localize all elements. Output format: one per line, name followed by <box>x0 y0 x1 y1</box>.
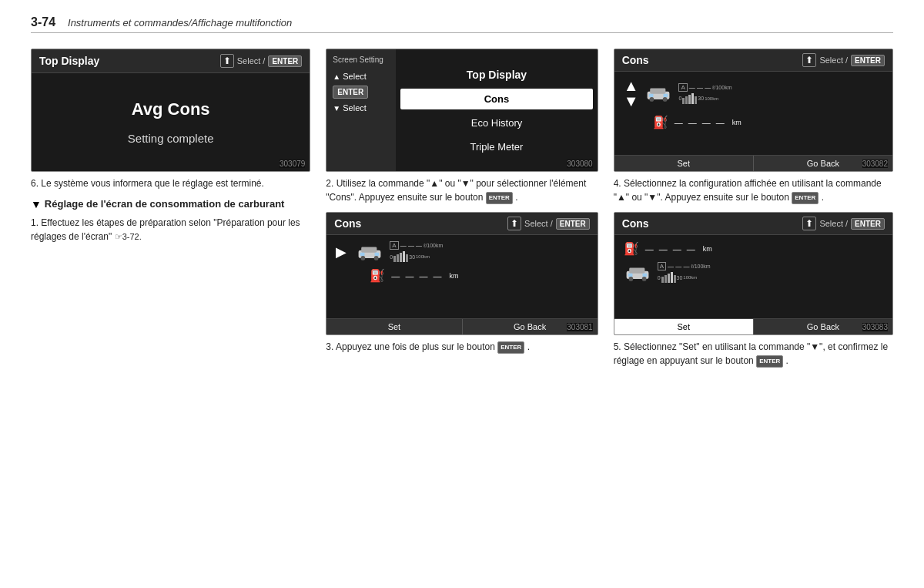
triangle-down-icon: ▼ <box>333 104 340 113</box>
menu-top-display: Top Display <box>400 64 592 86</box>
updown-icon-5: ⬆ <box>802 217 816 230</box>
column-3: Cons ⬆ Select / ENTER ▲ ▼ <box>606 49 893 375</box>
screen3-footer: Set Go Back <box>614 155 892 171</box>
page-header: 3-74 Instruments et commandes/Affichage … <box>31 15 893 33</box>
screen5-row2: A — — — ℓ/100km 0 <box>624 262 883 283</box>
svg-rect-17 <box>642 273 647 276</box>
svg-rect-13 <box>629 267 644 273</box>
updown-arrow-icon: ▲ ▼ <box>624 78 639 109</box>
screen3-row1: ▲ ▼ A — — — <box>624 78 883 109</box>
screen4-header: Cons ⬆ Select / ENTER <box>326 213 597 235</box>
screen-4: Cons ⬆ Select / ENTER ▶ <box>326 212 598 335</box>
triangle-up-icon: ▲ <box>333 72 340 81</box>
gauge-mini-3: A — — — ℓ/100km 0 <box>678 83 732 104</box>
screen5-header: Cons ⬆ Select / ENTER <box>614 213 892 235</box>
screen1-header: Top Display ⬆ Select / ENTER <box>32 49 310 73</box>
svg-point-14 <box>628 277 633 281</box>
description-2: 1. Effectuez les étapes de préparation s… <box>31 216 310 244</box>
description-6: 5. Sélectionnez "Set" en utilisant la co… <box>614 340 893 368</box>
enter-badge-5: ENTER <box>851 218 885 230</box>
screen3-select-badge: ⬆ Select / ENTER <box>802 53 885 67</box>
menu-cons: Cons <box>400 89 592 109</box>
screen-3: Cons ⬆ Select / ENTER ▲ ▼ <box>614 49 893 172</box>
updown-icon-3: ⬆ <box>802 53 816 67</box>
screen4-select-badge: ⬆ Select / ENTER <box>507 217 590 230</box>
enter-badge-inline: ENTER <box>486 192 513 204</box>
updown-icon: ⬆ <box>220 54 234 68</box>
avg-cons-text: Avg Cons <box>132 99 210 119</box>
screen3-code: 303082 <box>862 160 888 168</box>
screen2-left-panel: Screen Setting ▲ Select ENTER ▼ Select <box>326 49 396 171</box>
enter-badge-inline-5: ENTER <box>792 192 819 204</box>
enter-badge-inline-4: ENTER <box>497 341 524 354</box>
svg-rect-4 <box>360 252 365 255</box>
enter-badge-4: ENTER <box>556 218 590 230</box>
select-up-btn: ▲ Select <box>333 72 366 81</box>
svg-rect-7 <box>651 89 666 94</box>
screen5-footer: Set Go Back <box>614 318 892 334</box>
screen5-dash1: — — — — <box>645 244 697 254</box>
ref-link: ☞3-72. <box>115 232 142 241</box>
screen2-right-panel: Top Display Cons Eco History Triple Mete… <box>396 49 597 171</box>
screen5-title: Cons <box>622 217 649 230</box>
enter-badge-inline-6: ENTER <box>756 355 783 368</box>
setting-complete-text: Setting complete <box>128 132 214 145</box>
svg-rect-5 <box>375 252 380 255</box>
gauge-mini-4: A — — — ℓ/100km 0 <box>390 241 443 262</box>
screen4-set-btn[interactable]: Set <box>326 319 462 334</box>
screen4-row1: ▶ A — — — ℓ/100km <box>336 241 588 262</box>
select-enter-badge: ⬆ Select / ENTER <box>220 54 303 68</box>
svg-rect-1 <box>362 247 377 252</box>
screen5-body: ⛽ — — — — km A <box>614 235 892 318</box>
description-1: 6. Le système vous informera que le régl… <box>31 176 310 190</box>
screen3-set-btn[interactable]: Set <box>614 156 754 171</box>
svg-point-8 <box>650 97 654 102</box>
screen3-header: Cons ⬆ Select / ENTER <box>614 49 892 72</box>
svg-point-3 <box>374 256 379 260</box>
select-label-5: Select / <box>819 219 848 228</box>
screen4-body: ▶ A — — — ℓ/100km <box>326 235 597 318</box>
screen5-set-btn[interactable]: Set <box>614 319 754 334</box>
main-content: Top Display ⬆ Select / ENTER Avg Cons Se… <box>31 49 893 375</box>
select-down-btn: ▼ Select <box>333 103 366 113</box>
screen1-code: 303079 <box>280 160 305 168</box>
screen4-dash: — — — — <box>391 271 443 281</box>
car-icon-5 <box>624 264 651 281</box>
column-1: Top Display ⬆ Select / ENTER Avg Cons Se… <box>31 49 318 375</box>
screen-2: Screen Setting ▲ Select ENTER ▼ Select T… <box>326 49 598 172</box>
screen3-title: Cons <box>622 54 649 66</box>
screen3-body: ▲ ▼ A — — — <box>614 72 892 155</box>
svg-point-15 <box>641 277 646 281</box>
select-label: Select / <box>237 56 266 66</box>
svg-point-2 <box>361 256 366 260</box>
menu-eco-history: Eco History <box>400 113 592 133</box>
svg-rect-11 <box>664 94 668 97</box>
enter-btn: ENTER <box>333 86 368 99</box>
screen5-unit1: km <box>703 245 712 253</box>
triangle-marker: ▼ <box>31 198 42 211</box>
screen4-unit2: km <box>450 272 459 280</box>
select-label-4: Select / <box>524 219 553 228</box>
screen5-select-badge: ⬆ Select / ENTER <box>802 217 885 230</box>
svg-rect-16 <box>628 273 632 276</box>
screen4-code: 303081 <box>567 323 592 331</box>
page-title: Instruments et commandes/Affichage multi… <box>68 17 292 29</box>
fuel-can-icon-4: ⛽ <box>370 268 385 283</box>
section-heading: ▼ Réglage de l'écran de consommation de … <box>31 198 310 211</box>
screen2-code: 303080 <box>567 160 592 168</box>
column-2: Screen Setting ▲ Select ENTER ▼ Select T… <box>318 49 605 375</box>
fuel-can-icon-5a: ⛽ <box>624 241 639 256</box>
page-number: 3-74 <box>31 15 55 29</box>
svg-point-9 <box>663 97 668 102</box>
screen3-row2: ⛽ — — — — km <box>624 115 883 129</box>
screen-setting-label: Screen Setting <box>333 55 383 64</box>
car-icon-3 <box>644 85 672 102</box>
gauge-mini-5: A — — — ℓ/100km 0 <box>658 262 711 283</box>
screen1-title: Top Display <box>39 55 99 67</box>
screen5-code: 303083 <box>862 323 888 331</box>
description-5: 4. Sélectionnez la configuration affiché… <box>614 176 893 204</box>
screen-1: Top Display ⬆ Select / ENTER Avg Cons Se… <box>31 49 310 172</box>
screen4-footer: Set Go Back <box>326 318 597 334</box>
screen4-row2: ⛽ — — — — km <box>336 268 588 283</box>
menu-triple-meter: Triple Meter <box>400 136 592 157</box>
